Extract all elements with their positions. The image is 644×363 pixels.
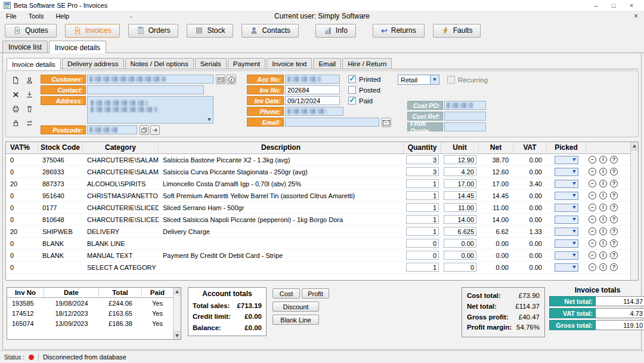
history-scroll-down-button[interactable]	[174, 331, 181, 339]
phone-field[interactable]	[285, 107, 343, 116]
address-scroll-down-icon[interactable]	[208, 118, 211, 121]
remove-line-button[interactable]: −	[589, 192, 596, 199]
line-info-button[interactable]: !	[599, 227, 607, 235]
line-help-button[interactable]: ?	[610, 156, 618, 164]
history-row[interactable]: 174512 18/12/2023 £163.65 Yes	[7, 308, 173, 318]
items-table-scrollbar[interactable]	[630, 142, 638, 280]
line-info-button[interactable]: !	[599, 251, 607, 259]
printed-checkbox-row[interactable]: Printed	[348, 75, 380, 83]
lock-button[interactable]	[10, 117, 22, 130]
printed-checkbox[interactable]	[348, 75, 356, 83]
customer-card-button[interactable]	[216, 75, 225, 84]
minimize-button[interactable]: –	[587, 2, 605, 9]
send-email-button[interactable]	[382, 118, 391, 127]
menu-file[interactable]: File	[0, 13, 23, 20]
invoice-line-row[interactable]: 0 375046 CHARCUTERIE\SALAM... Salsiccia …	[6, 154, 630, 166]
customer-field[interactable]	[87, 75, 213, 84]
remove-line-button[interactable]: −	[589, 180, 596, 187]
line-help-button[interactable]: ?	[610, 168, 618, 176]
dtab-payment[interactable]: Payment	[228, 58, 265, 69]
cust-ref-field[interactable]	[444, 112, 486, 121]
save-invoice-button[interactable]	[23, 88, 36, 101]
invoices-button[interactable]: Invoices	[65, 24, 120, 38]
picked-dropdown[interactable]	[555, 156, 578, 164]
quantity-input[interactable]	[406, 251, 439, 260]
dtab-delivery-address[interactable]: Delivery address	[62, 58, 124, 69]
remove-line-button[interactable]: −	[589, 216, 596, 223]
dtab-invoice-details[interactable]: Invoice details	[7, 58, 61, 69]
picked-dropdown[interactable]	[555, 216, 578, 224]
unit-input[interactable]	[444, 155, 476, 164]
invoice-line-row[interactable]: 20 SHIPWEB DELIVERY Delivery Charge 6.62…	[6, 226, 630, 238]
remove-line-button[interactable]: −	[589, 227, 596, 235]
quantity-input[interactable]	[406, 191, 439, 200]
postcode-field[interactable]	[87, 125, 137, 134]
picked-dropdown[interactable]	[555, 239, 578, 248]
picked-dropdown[interactable]	[555, 204, 578, 212]
quotes-button[interactable]: Quotes	[5, 24, 57, 38]
unit-input[interactable]	[444, 263, 476, 272]
line-info-button[interactable]: !	[599, 216, 607, 223]
dtab-hire-return[interactable]: Hire / Return	[342, 58, 392, 69]
delete-invoice-button[interactable]	[10, 88, 22, 101]
tab-invoice-details[interactable]: Invoice details	[49, 41, 106, 53]
address-field[interactable]	[87, 96, 213, 124]
remove-line-button[interactable]: −	[589, 156, 596, 164]
picked-dropdown[interactable]	[555, 168, 578, 176]
line-info-button[interactable]: !	[599, 168, 607, 176]
quantity-input[interactable]	[406, 227, 439, 236]
close-button[interactable]: ×	[623, 2, 640, 9]
picked-dropdown[interactable]	[555, 192, 578, 200]
posted-checkbox-row[interactable]: Posted	[348, 86, 380, 94]
line-help-button[interactable]: ?	[610, 180, 618, 187]
inv-date-field[interactable]: 09/12/2024	[285, 96, 340, 105]
line-help-button[interactable]: ?	[610, 227, 618, 235]
quantity-input[interactable]	[406, 239, 439, 248]
contact-field[interactable]	[87, 85, 204, 94]
customer-info-button[interactable]: i	[227, 75, 236, 84]
unit-input[interactable]	[444, 167, 476, 176]
picked-dropdown[interactable]	[555, 263, 578, 272]
line-help-button[interactable]: ?	[610, 263, 618, 271]
cust-po-field[interactable]	[444, 101, 486, 110]
dtab-invoice-text[interactable]: Invoice text	[267, 58, 312, 69]
unit-input[interactable]	[444, 191, 476, 200]
map-lookup-button[interactable]	[150, 125, 160, 135]
email-field[interactable]	[285, 118, 379, 127]
remove-line-button[interactable]: −	[589, 251, 596, 259]
quantity-input[interactable]	[406, 179, 439, 188]
remove-line-button[interactable]: −	[589, 204, 596, 211]
line-help-button[interactable]: ?	[610, 216, 618, 223]
line-help-button[interactable]: ?	[610, 251, 618, 259]
tab-invoice-list[interactable]: Invoice list	[2, 41, 48, 53]
line-info-button[interactable]: !	[599, 239, 607, 247]
unit-input[interactable]	[444, 215, 476, 224]
history-row[interactable]: 165074 13/09/2023 £186.38 Yes	[7, 318, 173, 328]
remove-line-button[interactable]: −	[589, 239, 596, 247]
contacts-button[interactable]: Contacts	[242, 24, 298, 38]
paid-checkbox[interactable]	[348, 97, 356, 104]
invoice-line-row[interactable]: 20 887373 ALCOHOL\SPIRITS Limoncello Cos…	[6, 178, 630, 190]
maximize-button[interactable]: □	[605, 2, 623, 9]
remove-line-button[interactable]: −	[589, 168, 596, 176]
cost-button[interactable]: Cost	[273, 288, 300, 299]
invoice-line-row[interactable]: 0 SELECT A CATEGORY 0.00 0.00 − ! ?	[6, 262, 630, 273]
history-row[interactable]: 193585 19/08/2024 £244.06 Yes	[7, 298, 173, 308]
quantity-input[interactable]	[406, 203, 439, 212]
remove-line-button[interactable]: −	[589, 263, 596, 271]
recurring-checkbox-row[interactable]: Recurring	[447, 76, 488, 84]
dtab-notes-del-options[interactable]: Notes / Del options	[125, 58, 194, 69]
scroll-up-button[interactable]	[631, 142, 638, 150]
faults-button[interactable]: Faults	[433, 24, 481, 38]
unit-input[interactable]	[444, 203, 476, 212]
unit-input[interactable]	[444, 227, 476, 236]
orders-button[interactable]: Orders	[128, 24, 179, 38]
trash-button[interactable]	[23, 103, 36, 115]
from-quote-field[interactable]	[444, 122, 486, 131]
invoice-line-row[interactable]: 0 0177 CHARCUTERIE\SLICED ... Sliced Ser…	[6, 202, 630, 214]
unit-input[interactable]	[444, 179, 476, 188]
invoice-line-row[interactable]: 0 BLANK MANUAL TEXT Payment By Credit Or…	[6, 250, 630, 262]
picked-dropdown[interactable]	[555, 251, 578, 260]
paid-checkbox-row[interactable]: Paid	[348, 97, 373, 104]
line-info-button[interactable]: !	[599, 263, 607, 271]
